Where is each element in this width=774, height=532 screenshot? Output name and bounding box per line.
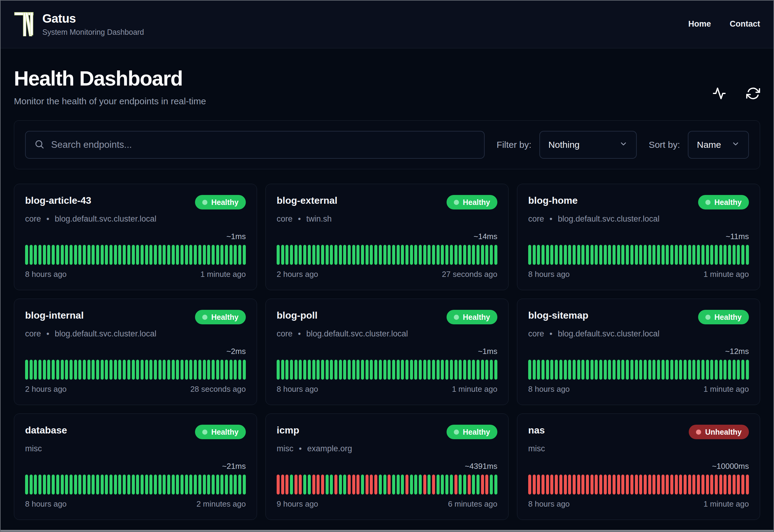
uptime-bar-success	[608, 360, 611, 380]
uptime-bar-success	[154, 245, 157, 265]
uptime-bar-failure	[528, 475, 531, 495]
endpoint-card[interactable]: database Healthy misc ~21ms 8 hours ago …	[14, 414, 257, 520]
nav-link-home[interactable]: Home	[688, 19, 711, 29]
uptime-bar-success	[312, 245, 315, 265]
uptime-bar-success	[568, 360, 571, 380]
uptime-bar-success	[78, 360, 81, 380]
endpoint-card[interactable]: blog-internal Healthy core • blog.defaul…	[14, 299, 257, 405]
hero-section: Health Dashboard Monitor the health of y…	[0, 48, 774, 106]
uptime-bar-success	[428, 475, 431, 495]
endpoint-host-sep: •	[47, 214, 49, 224]
uptime-bar-success	[330, 475, 333, 495]
uptime-bar-success	[445, 360, 448, 380]
uptime-bar-failure	[281, 475, 284, 495]
uptime-bar-success	[366, 360, 369, 380]
uptime-bar-success	[30, 475, 33, 495]
uptime-bars[interactable]	[528, 360, 749, 380]
uptime-bars[interactable]	[277, 475, 497, 495]
uptime-bar-success	[679, 360, 682, 380]
uptime-bar-success	[25, 360, 28, 380]
uptime-bar-success	[361, 245, 364, 265]
uptime-bar-failure	[728, 475, 731, 495]
uptime-bar-success	[180, 360, 184, 380]
uptime-bar-success	[30, 245, 33, 265]
endpoint-card[interactable]: blog-sitemap Healthy core • blog.default…	[517, 299, 760, 405]
status-dot-icon	[696, 430, 701, 435]
uptime-bar-success	[494, 475, 497, 495]
search-input[interactable]	[51, 139, 476, 150]
newest-timestamp: 1 minute ago	[704, 499, 749, 509]
uptime-bar-success	[132, 245, 135, 265]
endpoint-card[interactable]: blog-home Healthy core • blog.default.sv…	[517, 184, 760, 290]
uptime-bars[interactable]	[528, 475, 749, 495]
endpoint-host: blog.default.svc.cluster.local	[55, 329, 156, 339]
endpoint-card[interactable]: blog-poll Healthy core • blog.default.sv…	[265, 299, 509, 405]
logo-link[interactable]: Gatus System Monitoring Dashboard	[14, 11, 144, 37]
endpoint-card[interactable]: icmp Healthy misc • example.org ~4391ms …	[265, 414, 509, 520]
uptime-bar-failure	[277, 475, 280, 495]
uptime-bars[interactable]	[25, 475, 246, 495]
uptime-bar-success	[229, 245, 233, 265]
uptime-bars[interactable]	[277, 360, 497, 380]
uptime-bar-success	[38, 360, 41, 380]
uptime-bars[interactable]	[528, 245, 749, 265]
uptime-bar-success	[47, 245, 50, 265]
endpoint-host-sep: •	[550, 214, 552, 224]
uptime-bar-success	[648, 360, 651, 380]
newest-timestamp: 2 minutes ago	[197, 499, 246, 509]
uptime-bar-success	[715, 245, 718, 265]
uptime-bar-failure	[621, 475, 624, 495]
uptime-bar-success	[652, 360, 655, 380]
uptime-bar-success	[617, 360, 620, 380]
endpoint-card[interactable]: blog-article-43 Healthy core • blog.defa…	[14, 184, 257, 290]
filter-selected-value: Nothing	[548, 140, 580, 150]
status-label: Healthy	[463, 198, 490, 207]
endpoint-card[interactable]: nas Unhealthy misc ~10000ms 8 hours ago …	[517, 414, 760, 520]
uptime-bar-success	[559, 360, 562, 380]
uptime-bar-success	[652, 245, 655, 265]
app-subtitle: System Monitoring Dashboard	[42, 28, 144, 37]
newest-timestamp: 27 seconds ago	[442, 270, 497, 279]
uptime-bar-success	[105, 475, 108, 495]
endpoint-name: blog-internal	[25, 310, 84, 321]
uptime-bar-success	[657, 360, 660, 380]
sort-select[interactable]: Name	[688, 131, 749, 159]
status-label: Healthy	[463, 313, 490, 322]
uptime-bar-failure	[568, 475, 571, 495]
uptime-bar-failure	[564, 475, 567, 495]
activity-button[interactable]	[712, 86, 726, 100]
uptime-bar-success	[599, 245, 602, 265]
uptime-bar-success	[56, 245, 59, 265]
uptime-bar-success	[635, 360, 638, 380]
nav-link-contact[interactable]: Contact	[730, 19, 760, 29]
uptime-bar-success	[666, 360, 669, 380]
uptime-bar-success	[586, 245, 589, 265]
uptime-bar-failure	[733, 475, 736, 495]
uptime-bar-success	[724, 360, 727, 380]
uptime-bar-failure	[533, 475, 536, 495]
uptime-bar-success	[688, 360, 691, 380]
uptime-bars[interactable]	[277, 245, 497, 265]
uptime-bar-success	[308, 245, 311, 265]
uptime-bar-failure	[617, 475, 620, 495]
uptime-bar-success	[109, 245, 112, 265]
uptime-bar-success	[238, 245, 241, 265]
endpoint-card[interactable]: blog-external Healthy core • twin.sh ~14…	[265, 184, 509, 290]
uptime-bar-success	[145, 475, 148, 495]
refresh-button[interactable]	[746, 86, 760, 100]
endpoint-group: misc	[277, 444, 294, 453]
uptime-bar-success	[343, 245, 346, 265]
uptime-bar-success	[167, 360, 170, 380]
uptime-bar-failure	[599, 475, 602, 495]
uptime-bar-success	[105, 360, 108, 380]
endpoint-name: icmp	[277, 425, 299, 436]
uptime-bar-failure	[388, 475, 391, 495]
uptime-bar-success	[343, 475, 346, 495]
uptime-bars[interactable]	[25, 360, 246, 380]
uptime-bar-success	[114, 475, 117, 495]
uptime-bar-failure	[481, 475, 484, 495]
latency-value: ~14ms	[277, 232, 497, 241]
filter-select[interactable]: Nothing	[539, 131, 637, 159]
uptime-bars[interactable]	[25, 245, 246, 265]
uptime-bar-success	[127, 245, 130, 265]
